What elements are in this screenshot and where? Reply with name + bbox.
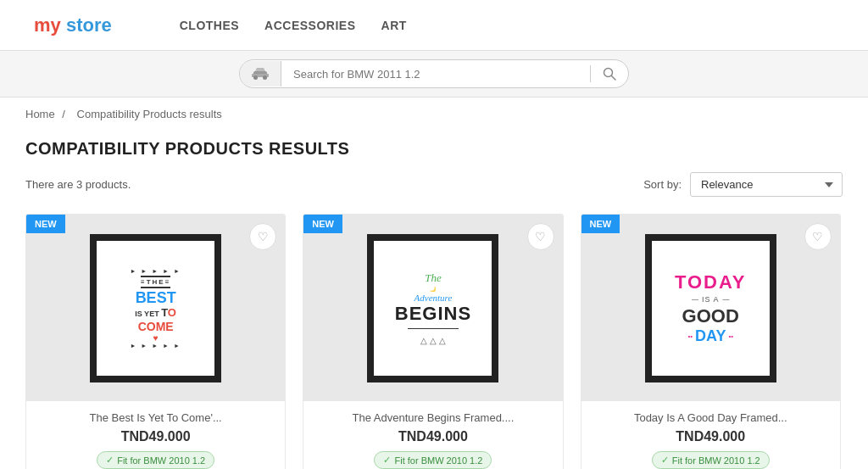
art1-come: COME [138,320,174,333]
sort-select[interactable]: Relevance Name A-Z Name Z-A Price Low-Hi… [690,172,843,197]
products-grid: NEW ♡ ► ► ► ► ► ≡THE≡ BEST IS YET TO COM… [25,214,843,469]
product-price-2: TND49.000 [314,429,552,444]
car-icon [240,61,281,87]
art1-arrows: ► ► ► ► ► [130,268,181,274]
art3-good: GOOD [682,305,739,327]
logo-store: store [66,14,112,36]
art1-best: BEST [136,290,176,305]
product-name-1: The Best Is Yet To Come'... [36,411,275,424]
wishlist-button-2[interactable]: ♡ [527,223,554,250]
art2-adventure: Adventure [415,293,453,303]
product-image-wrapper-3: NEW ♡ TODAY — IS A — GOOD •• DAY [581,215,840,401]
sort-label: Sort by: [643,178,682,191]
nav-accessories[interactable]: ACCESSORIES [264,19,355,32]
art3-today: TODAY [675,271,747,293]
product-frame-3: TODAY — IS A — GOOD •• DAY •• [645,234,776,382]
art2-moon: 🌙 [430,286,436,292]
sort-bar: Sort by: Relevance Name A-Z Name Z-A Pri… [643,172,843,197]
art2-begins: BEGINS [395,303,471,325]
breadcrumb-separator: / [62,108,65,120]
nav-art[interactable]: ART [381,19,407,32]
art1-arrows2: ► ► ► ► ► [130,343,181,349]
product-card-1[interactable]: NEW ♡ ► ► ► ► ► ≡THE≡ BEST IS YET TO COM… [25,214,286,469]
product-fit-3: ✓ Fit for BMW 2010 1.2 [652,451,770,469]
product-card-2[interactable]: NEW ♡ The 🌙 Adventure BEGINS △ △ △ The A… [303,214,563,469]
product-price-3: TND49.000 [592,429,830,444]
art3-is-a: IS A [702,295,720,304]
product-image-wrapper-2: NEW ♡ The 🌙 Adventure BEGINS △ △ △ [303,215,562,401]
product-info-3: Today Is A Good Day Framed... TND49.000 … [581,401,840,469]
breadcrumb: Home / Compatibility Products results [0,98,868,131]
main-nav: CLOTHES ACCESSORIES ART [180,19,407,32]
product-badge-3: NEW [581,215,620,233]
svg-point-3 [263,75,267,80]
logo-my: my [34,14,61,36]
product-badge-1: NEW [26,215,65,233]
product-fit-2: ✓ Fit for BMW 2010 1.2 [374,451,492,469]
logo[interactable]: my store [34,14,112,36]
fit-label-1: Fit for BMW 2010 1.2 [117,455,205,466]
product-card-3[interactable]: NEW ♡ TODAY — IS A — GOOD •• DAY [581,214,841,469]
search-button[interactable] [591,60,628,87]
product-frame-1: ► ► ► ► ► ≡THE≡ BEST IS YET TO COME ♥ ► … [90,234,221,382]
product-fit-1: ✓ Fit for BMW 2010 1.2 [97,451,214,469]
product-frame-2: The 🌙 Adventure BEGINS △ △ △ [367,234,498,382]
results-bar: There are 3 products. Sort by: Relevance… [25,172,843,197]
wishlist-button-3[interactable]: ♡ [804,223,832,250]
art1-isyet: IS YET TO [135,306,176,319]
fit-check-1: ✓ [106,455,114,466]
art3-day: DAY [695,327,726,345]
main-content: COMPATIBILITY PRODUCTS RESULTS There are… [0,131,868,469]
product-image-wrapper-1: NEW ♡ ► ► ► ► ► ≡THE≡ BEST IS YET TO COM… [26,215,285,401]
art3-dots-right: •• [728,332,733,340]
fit-label-2: Fit for BMW 2010 1.2 [394,455,482,466]
svg-marker-4 [255,68,265,71]
art3-is-a-row: — IS A — [692,295,730,304]
art3-day-row: •• DAY •• [687,327,733,345]
search-bar [239,59,629,88]
product-info-2: The Adventure Begins Framed.... TND49.00… [303,401,562,469]
art2-triangle: △ △ △ [420,336,446,345]
product-badge-2: NEW [303,215,342,233]
fit-label-3: Fit for BMW 2010 1.2 [672,455,760,466]
search-bar-wrapper [0,51,868,98]
nav-clothes[interactable]: CLOTHES [180,19,239,32]
breadcrumb-current: Compatibility Products results [77,108,222,120]
product-name-2: The Adventure Begins Framed.... [314,411,552,424]
header: my store CLOTHES ACCESSORIES ART [0,0,868,51]
search-input[interactable] [281,61,590,87]
product-price-1: TND49.000 [36,429,275,444]
results-count: There are 3 products. [25,178,131,191]
breadcrumb-home[interactable]: Home [25,108,55,120]
product-info-1: The Best Is Yet To Come'... TND49.000 ✓ … [26,401,285,469]
art1-the: ≡THE≡ [141,276,170,288]
wishlist-button-1[interactable]: ♡ [249,223,276,250]
product-name-3: Today Is A Good Day Framed... [592,411,830,424]
art1-heart: ♥ [153,333,159,343]
fit-check-3: ✓ [661,455,669,466]
page-title: COMPATIBILITY PRODUCTS RESULTS [25,139,843,159]
art3-dots-left: •• [687,332,693,340]
svg-point-2 [253,75,258,80]
fit-check-2: ✓ [383,455,391,466]
svg-line-6 [612,76,616,81]
art2-line [408,328,459,329]
art2-the: The [425,271,442,285]
